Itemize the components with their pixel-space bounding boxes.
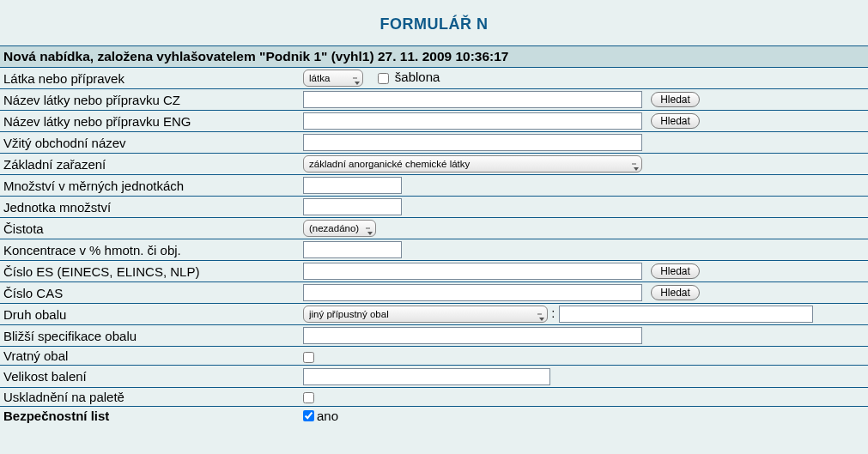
label-cas: Číslo CAS <box>0 282 300 304</box>
label-qty: Množství v měrných jednotkách <box>0 175 300 197</box>
substance-select[interactable]: látka <box>303 70 363 87</box>
label-unit: Jednotka množství <box>0 197 300 218</box>
label-es: Číslo ES (EINECS, ELINCS, NLP) <box>0 261 300 282</box>
search-name-cz-button[interactable]: Hledat <box>651 92 700 107</box>
form-header: Nová nabídka, založena vyhlašovatelem "P… <box>0 46 868 68</box>
search-es-button[interactable]: Hledat <box>651 263 700 279</box>
name-eng-input[interactable] <box>303 112 642 130</box>
form-table: Nová nabídka, založena vyhlašovatelem "P… <box>0 45 868 426</box>
cas-input[interactable] <box>303 284 642 301</box>
label-safety-sheet: Bezpečnostní list <box>0 406 300 426</box>
classification-select[interactable]: základní anorganické chemické látky <box>303 155 642 173</box>
label-packaging-type: Druh obalu <box>0 304 300 325</box>
label-concentration: Koncentrace v % hmotn. či obj. <box>0 239 300 261</box>
unit-input[interactable] <box>303 198 402 215</box>
packaging-spec-input[interactable] <box>303 327 642 344</box>
template-checkbox-label: šablona <box>395 70 440 84</box>
label-purity: Čistota <box>0 218 300 239</box>
label-pack-size: Velikost balení <box>0 366 300 387</box>
trade-name-input[interactable] <box>303 134 642 151</box>
page-title: FORMULÁŘ N <box>0 0 868 45</box>
packaging-type-other-input[interactable] <box>559 306 813 323</box>
concentration-input[interactable] <box>303 241 402 258</box>
template-checkbox[interactable] <box>378 73 389 84</box>
safety-sheet-checkbox[interactable] <box>303 410 314 421</box>
colon-separator: : <box>551 306 555 320</box>
label-trade-name: Vžitý obchodní název <box>0 132 300 154</box>
es-input[interactable] <box>303 263 642 280</box>
label-returnable: Vratný obal <box>0 347 300 366</box>
safety-sheet-yes-label: ano <box>317 409 338 423</box>
label-pallet: Uskladnění na paletě <box>0 387 300 406</box>
search-name-eng-button[interactable]: Hledat <box>651 113 700 129</box>
pack-size-input[interactable] <box>303 368 550 385</box>
qty-input[interactable] <box>303 177 402 194</box>
label-name-cz: Název látky nebo přípravku CZ <box>0 89 300 111</box>
label-packaging-spec: Bližší specifikace obalu <box>0 325 300 347</box>
label-substance: Látka nebo přípravek <box>0 68 300 89</box>
label-name-eng: Název látky nebo přípravku ENG <box>0 111 300 132</box>
pallet-checkbox[interactable] <box>303 392 314 403</box>
returnable-checkbox[interactable] <box>303 352 314 363</box>
label-classification: Základní zařazení <box>0 154 300 175</box>
name-cz-input[interactable] <box>303 91 642 108</box>
packaging-type-select[interactable]: jiný přípustný obal <box>303 306 548 323</box>
search-cas-button[interactable]: Hledat <box>651 285 700 300</box>
purity-select[interactable]: (nezadáno) <box>303 220 376 237</box>
